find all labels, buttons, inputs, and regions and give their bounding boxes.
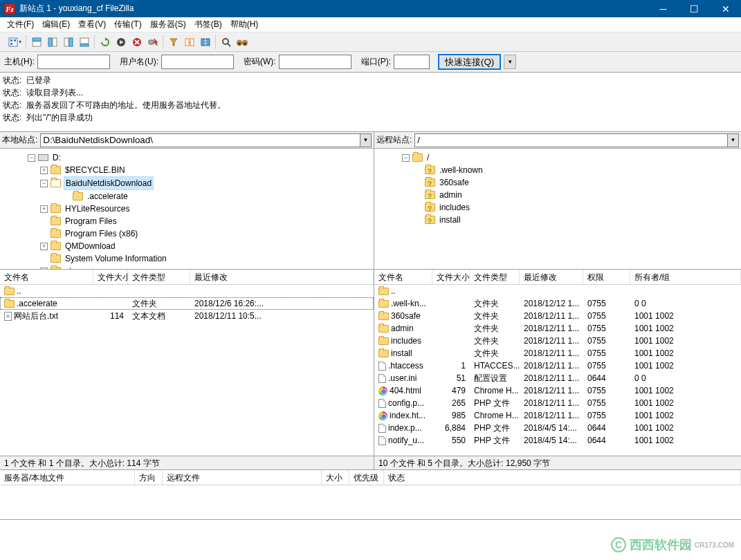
local-path-dropdown[interactable]: ▼ <box>360 133 372 147</box>
tree-expander[interactable]: + <box>40 268 48 270</box>
file-row[interactable]: 360safe文件夹2018/12/11 1...07551001 1002 <box>374 310 741 322</box>
quickconnect-dropdown[interactable]: ▼ <box>504 55 516 69</box>
local-filelist[interactable]: ...accelerate文件夹2018/12/6 16:26:...网站后台.… <box>0 285 374 456</box>
file-row[interactable]: 404.html479Chrome H...2018/12/11 1...075… <box>374 384 741 397</box>
col-name[interactable]: 文件名 <box>0 270 93 284</box>
file-row[interactable]: .user.ini51配置设置2018/12/11 1...06440 0 <box>374 372 741 384</box>
tree-node[interactable]: −BaiduNetdiskDownload <box>0 176 374 190</box>
queue-col-direction[interactable]: 方向 <box>135 470 163 485</box>
folder-unknown-icon <box>425 216 435 224</box>
compare-button[interactable] <box>182 35 197 50</box>
tree-node[interactable]: 360safe <box>374 176 741 189</box>
queue-body[interactable] <box>0 485 741 520</box>
toggle-queue-button[interactable] <box>77 35 92 50</box>
tree-node[interactable]: admin <box>374 189 741 201</box>
user-input[interactable] <box>161 55 234 69</box>
file-row[interactable]: index.ht...985Chrome H...2018/12/11 1...… <box>374 409 741 422</box>
menu-view[interactable]: 查看(V) <box>74 17 110 32</box>
tree-node[interactable]: Program Files <box>0 215 374 227</box>
col-name[interactable]: 文件名 <box>374 270 432 284</box>
queue-col-priority[interactable]: 优先级 <box>349 470 384 485</box>
file-row[interactable]: 网站后台.txt114文本文档2018/12/11 10:5... <box>0 310 374 322</box>
folder-icon <box>378 337 389 345</box>
log-pane[interactable]: 状态: 已登录状态: 读取目录列表...状态: 服务器发回了不可路由的地址。使用… <box>0 73 741 132</box>
tree-node[interactable]: −D: <box>0 151 374 164</box>
disconnect-button[interactable] <box>145 35 161 50</box>
file-row[interactable]: includes文件夹2018/12/11 1...07551001 1002 <box>374 335 741 347</box>
window-title: 新站点 1 - youxiang_cf FileZilla <box>19 3 648 15</box>
col-perm[interactable]: 权限 <box>583 270 630 284</box>
tree-node[interactable]: −/ <box>374 151 741 164</box>
tree-node[interactable]: +HYLiteResources <box>0 203 374 215</box>
tree-expander[interactable]: − <box>40 180 48 187</box>
file-row[interactable]: notify_u...550PHP 文件2018/4/5 14:...06441… <box>374 434 741 447</box>
tree-expander[interactable]: + <box>40 205 48 213</box>
pass-input[interactable] <box>279 55 351 69</box>
port-input[interactable] <box>394 55 430 69</box>
remote-filelist[interactable]: ...well-kn...文件夹2018/12/12 1...07550 036… <box>374 285 741 456</box>
col-type[interactable]: 文件类型 <box>128 270 190 284</box>
filter-button[interactable] <box>166 35 181 50</box>
host-input[interactable] <box>37 55 110 69</box>
local-path-input[interactable] <box>40 133 360 147</box>
toggle-log-button[interactable] <box>29 35 44 50</box>
maximize-button[interactable]: ☐ <box>679 0 710 17</box>
minimize-button[interactable]: ─ <box>648 0 679 17</box>
tree-node[interactable]: includes <box>374 201 741 214</box>
toggle-localtree-button[interactable] <box>45 35 60 50</box>
remote-tree[interactable]: −/.well-known360safeadminincludesinstall <box>374 149 741 269</box>
local-path-label: 本地站点: <box>2 134 37 146</box>
menu-file[interactable]: 文件(F) <box>3 17 38 32</box>
cancel-button[interactable] <box>129 35 145 50</box>
tree-node[interactable]: install <box>374 214 741 226</box>
file-row[interactable]: .well-kn...文件夹2018/12/12 1...07550 0 <box>374 297 741 310</box>
menu-edit[interactable]: 编辑(E) <box>38 17 74 32</box>
col-size[interactable]: 文件大小 <box>432 270 470 284</box>
tree-expander[interactable]: − <box>402 154 410 162</box>
queue-col-remote[interactable]: 远程文件 <box>163 470 322 485</box>
file-row[interactable]: .htaccess1HTACCES...2018/12/11 1...07551… <box>374 360 741 372</box>
tree-expander[interactable]: + <box>40 243 48 250</box>
tree-expander[interactable]: + <box>40 167 48 174</box>
queue-col-size[interactable]: 大小 <box>322 470 349 485</box>
menu-transfer[interactable]: 传输(T) <box>110 17 145 32</box>
toggle-remotetree-button[interactable] <box>61 35 76 50</box>
tree-node[interactable]: +QMDownload <box>0 240 374 252</box>
tree-expander[interactable]: − <box>28 154 35 162</box>
sitemanager-button[interactable] <box>3 35 24 50</box>
col-owner[interactable]: 所有者/组 <box>630 270 741 284</box>
binoculars-icon[interactable] <box>235 35 250 50</box>
file-row[interactable]: install文件夹2018/12/11 1...07551001 1002 <box>374 347 741 360</box>
tree-node[interactable]: .well-known <box>374 164 741 176</box>
menu-help[interactable]: 帮助(H) <box>226 17 263 32</box>
file-row[interactable]: .. <box>374 285 741 297</box>
local-tree[interactable]: −D:+$RECYCLE.BIN−BaiduNetdiskDownload.ac… <box>0 149 374 269</box>
local-status: 1 个文件 和 1 个目录。大小总计: 114 字节 <box>0 456 374 469</box>
tree-node[interactable]: .accelerate <box>0 190 374 203</box>
remote-path-input[interactable] <box>414 133 728 147</box>
tree-node[interactable]: +yto <box>0 265 374 269</box>
col-modified[interactable]: 最近修改 <box>520 270 583 284</box>
tree-node[interactable]: Program Files (x86) <box>0 227 374 240</box>
col-type[interactable]: 文件类型 <box>470 270 520 284</box>
tree-node[interactable]: System Volume Information <box>0 252 374 265</box>
sync-browse-button[interactable] <box>198 35 213 50</box>
file-row[interactable]: .. <box>0 285 374 297</box>
file-row[interactable]: index.p...6,884PHP 文件2018/4/5 14:...0644… <box>374 422 741 434</box>
file-row[interactable]: admin文件夹2018/12/11 1...07551001 1002 <box>374 322 741 335</box>
menu-server[interactable]: 服务器(S) <box>146 17 190 32</box>
tree-node[interactable]: +$RECYCLE.BIN <box>0 164 374 176</box>
close-button[interactable]: ✕ <box>710 0 741 17</box>
queue-col-server[interactable]: 服务器/本地文件 <box>0 470 135 485</box>
menu-bookmarks[interactable]: 书签(B) <box>190 17 226 32</box>
quickconnect-button[interactable]: 快速连接(Q) <box>438 54 501 70</box>
file-row[interactable]: .accelerate文件夹2018/12/6 16:26:... <box>0 297 374 310</box>
search-button[interactable] <box>219 35 234 50</box>
col-modified[interactable]: 最近修改 <box>190 270 374 284</box>
file-row[interactable]: config.p...265PHP 文件2018/12/11 1...07551… <box>374 397 741 409</box>
col-size[interactable]: 文件大小 <box>93 270 128 284</box>
process-queue-button[interactable] <box>113 35 129 50</box>
refresh-button[interactable] <box>98 35 113 50</box>
remote-path-dropdown[interactable]: ▼ <box>728 133 739 147</box>
queue-col-status[interactable]: 状态 <box>384 470 741 485</box>
